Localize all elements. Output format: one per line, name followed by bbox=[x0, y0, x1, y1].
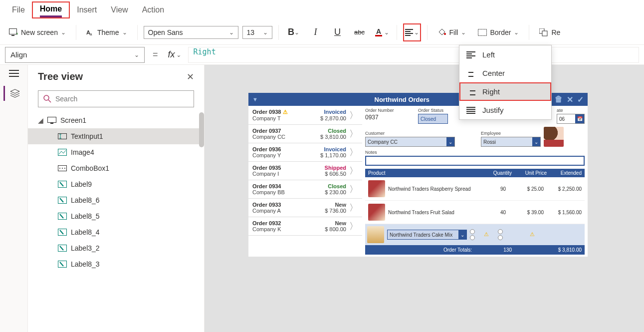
canvas[interactable]: ▼ Northwind Orders + 🗑 ✕ ✓ Order 0938 ⚠I… bbox=[205, 65, 644, 332]
formula-input[interactable]: Right bbox=[188, 47, 639, 63]
product-combobox-selected[interactable]: Northwind Traders Cake Mix ⌄ bbox=[387, 230, 467, 240]
hamburger-button[interactable] bbox=[9, 70, 19, 77]
font-name-select[interactable]: Open Sans ⌄ bbox=[144, 26, 238, 39]
tree-item-label8_4[interactable]: Label8_4 bbox=[28, 224, 204, 240]
product-name: Northwind Traders Raspberry Spread bbox=[388, 186, 473, 192]
fill-button[interactable]: Fill ⌄ bbox=[433, 26, 470, 39]
order-id: Order 0936 bbox=[252, 146, 281, 152]
tree-scrollbar[interactable] bbox=[199, 112, 204, 147]
product-row[interactable]: Northwind Traders Raspberry Spread90$ 25… bbox=[365, 177, 585, 201]
order-status: Invoiced bbox=[324, 146, 346, 152]
align-justify-option[interactable]: Justify bbox=[459, 101, 551, 119]
employee-avatar bbox=[544, 127, 564, 147]
menu-home[interactable]: Home bbox=[34, 4, 68, 17]
property-select[interactable]: Align ⌄ bbox=[5, 47, 145, 63]
separator bbox=[137, 25, 138, 40]
reorder-button[interactable]: Re bbox=[535, 26, 564, 38]
fx-button[interactable]: fx⌄ bbox=[166, 49, 183, 60]
order-status-label: Order Status bbox=[418, 108, 448, 113]
product-row[interactable]: Northwind Traders Fruit Salad40$ 39.00$ … bbox=[365, 201, 585, 224]
bold-button[interactable]: B⌄ bbox=[285, 23, 303, 41]
font-size-select[interactable]: 13 ⌄ bbox=[242, 26, 272, 39]
cancel-icon[interactable]: ✕ bbox=[567, 95, 573, 104]
screen-icon: + bbox=[9, 28, 18, 36]
tree-item-label8_6[interactable]: Label8_6 bbox=[28, 192, 204, 208]
underline-button[interactable]: U bbox=[329, 23, 347, 41]
align-left-label: Left bbox=[482, 50, 495, 59]
svg-line-36 bbox=[60, 246, 63, 250]
chevron-down-icon: ⌄ bbox=[61, 29, 66, 36]
tree-item-combobox1[interactable]: ComboBox1 bbox=[28, 160, 204, 176]
order-row[interactable]: Order 0938 ⚠InvoicedCompany T$ 2,870.00〉 bbox=[248, 106, 362, 125]
menu-home-highlight: Home bbox=[32, 1, 70, 18]
collapse-icon: ◢ bbox=[38, 116, 43, 124]
border-icon bbox=[478, 29, 487, 36]
separator bbox=[278, 25, 279, 40]
tree-search-input[interactable] bbox=[55, 95, 189, 103]
svg-rect-33 bbox=[58, 229, 67, 236]
ribbon: + New screen ⌄ Aa Theme ⌄ Open Sans ⌄ 13… bbox=[0, 20, 644, 45]
order-row[interactable]: Order 0934ClosedCompany BB$ 230.00〉 bbox=[248, 180, 362, 199]
menu-view[interactable]: View bbox=[104, 1, 135, 18]
fx-icon: fx bbox=[168, 49, 175, 60]
menu-insert[interactable]: Insert bbox=[70, 1, 104, 18]
product-qty: 40 bbox=[476, 210, 506, 215]
italic-button[interactable]: I bbox=[307, 23, 325, 41]
order-row[interactable]: Order 0933NewCompany A$ 736.00〉 bbox=[248, 199, 362, 217]
bold-icon: B bbox=[288, 27, 294, 37]
border-button[interactable]: Border ⌄ bbox=[474, 26, 523, 38]
align-button[interactable]: ⌄ bbox=[403, 23, 421, 41]
theme-button[interactable]: Aa Theme ⌄ bbox=[82, 26, 131, 38]
order-number-label: Order Number bbox=[365, 108, 415, 113]
chevron-down-icon: ⌄ bbox=[176, 51, 181, 58]
customer-value: Company CC bbox=[368, 139, 398, 145]
filter-icon[interactable]: ▼ bbox=[252, 96, 258, 102]
order-amount: $ 2,870.00 bbox=[320, 115, 346, 121]
tree-item-image4[interactable]: Image4 bbox=[28, 144, 204, 160]
border-label: Border bbox=[490, 28, 511, 36]
order-row[interactable]: Order 0937ClosedCompany CC$ 3,810.00〉 bbox=[248, 125, 362, 143]
tree-item-label3_2[interactable]: Label3_2 bbox=[28, 240, 204, 256]
chevron-down-icon: ⌄ bbox=[446, 137, 454, 146]
new-screen-button[interactable]: + New screen ⌄ bbox=[5, 26, 70, 38]
customer-select[interactable]: Company CC ⌄ bbox=[365, 137, 455, 147]
align-center-option[interactable]: Center bbox=[459, 64, 551, 82]
date-label: ate bbox=[557, 108, 585, 113]
order-row[interactable]: Order 0936InvoicedCompany Y$ 1,170.00〉 bbox=[248, 143, 362, 162]
align-left-icon bbox=[466, 51, 475, 58]
theme-icon: Aa bbox=[86, 28, 94, 36]
order-company: Company K bbox=[252, 226, 281, 232]
menu-action[interactable]: Action bbox=[135, 1, 171, 18]
font-color-button[interactable]: A⌄ bbox=[373, 23, 391, 41]
totals-label: Order Totals: bbox=[368, 247, 482, 253]
reorder-icon bbox=[539, 28, 548, 36]
order-row[interactable]: Order 0935ShippedCompany I$ 606.50〉 bbox=[248, 162, 362, 180]
tree-item-label8_3[interactable]: Label8_3 bbox=[28, 256, 204, 272]
order-id: Order 0935 bbox=[252, 165, 281, 171]
order-row[interactable]: Order 0932NewCompany K$ 800.00〉 bbox=[248, 217, 362, 236]
tree-item-label: Label3_2 bbox=[71, 244, 100, 252]
product-qty: 90 bbox=[476, 186, 506, 192]
layers-button[interactable] bbox=[3, 86, 23, 101]
selection-handles[interactable]: ⚠ ⚠ bbox=[470, 229, 555, 240]
order-company: Company Y bbox=[252, 152, 281, 158]
trash-icon[interactable]: 🗑 bbox=[555, 95, 563, 104]
tree-root[interactable]: ◢ Screen1 bbox=[28, 112, 204, 128]
bucket-icon bbox=[437, 28, 446, 37]
align-right-option[interactable]: Right bbox=[459, 82, 551, 101]
tree-item-textinput1[interactable]: TextInput1 bbox=[28, 128, 204, 144]
tree-item-label9[interactable]: Label9 bbox=[28, 176, 204, 192]
tree-item-label8_5[interactable]: Label8_5 bbox=[28, 208, 204, 224]
strikethrough-button[interactable]: abc bbox=[351, 23, 369, 41]
close-tree-button[interactable]: ✕ bbox=[187, 71, 194, 82]
notes-input[interactable] bbox=[365, 156, 585, 166]
employee-select[interactable]: Rossi ⌄ bbox=[481, 137, 541, 147]
tree-search[interactable] bbox=[38, 90, 194, 107]
order-status: Shipped bbox=[325, 165, 346, 171]
control-icon bbox=[58, 165, 67, 172]
date-picker[interactable]: 06 📅 bbox=[557, 114, 585, 124]
align-left-option[interactable]: Left bbox=[459, 45, 551, 64]
check-icon[interactable]: ✓ bbox=[577, 95, 584, 104]
menu-file[interactable]: File bbox=[5, 1, 32, 18]
order-status-value: Closed bbox=[418, 114, 448, 124]
